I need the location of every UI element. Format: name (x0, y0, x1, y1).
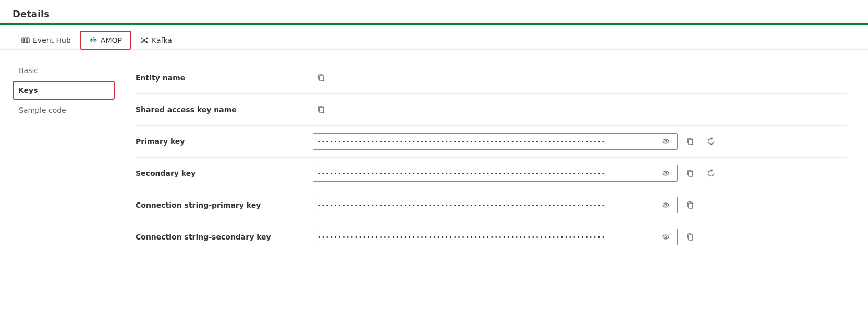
secondary-key-refresh-button[interactable] (703, 165, 719, 182)
svg-point-21 (663, 203, 669, 207)
primary-key-eye-button[interactable] (658, 134, 673, 149)
copy-icon (686, 169, 694, 177)
secondary-key-value-area: ••••••••••••••••••••••••••••••••••••••••… (313, 165, 847, 182)
svg-point-5 (141, 38, 142, 39)
connection-string-secondary-field: ••••••••••••••••••••••••••••••••••••••••… (313, 229, 678, 245)
content-area: Basic Keys Sample code Entity name (0, 50, 868, 311)
connection-string-primary-dots: ••••••••••••••••••••••••••••••••••••••••… (317, 202, 658, 208)
field-row-connection-string-primary: Connection string-primary key ••••••••••… (136, 189, 847, 221)
primary-key-label: Primary key (136, 137, 313, 146)
sidebar: Basic Keys Sample code (0, 50, 115, 311)
svg-rect-26 (689, 235, 693, 240)
page-title: Details (13, 8, 50, 19)
entity-name-label: Entity name (136, 74, 313, 82)
amqp-icon (89, 36, 97, 44)
sidebar-item-sample-code[interactable]: Sample code (13, 102, 115, 118)
shared-access-key-name-value-area (313, 101, 847, 118)
event-hub-icon (21, 36, 30, 44)
svg-rect-2 (27, 38, 29, 43)
connection-string-secondary-copy-button[interactable] (682, 229, 699, 245)
svg-point-8 (146, 42, 148, 43)
refresh-icon (707, 169, 715, 177)
svg-point-19 (665, 172, 667, 174)
field-row-connection-string-secondary: Connection string-secondary key ••••••••… (136, 221, 847, 253)
sidebar-item-basic[interactable]: Basic (13, 62, 115, 79)
tab-event-hub[interactable]: Event Hub (13, 31, 80, 49)
main-content: Entity name Shared access key name (115, 50, 868, 311)
svg-point-6 (141, 42, 142, 43)
field-row-entity-name: Entity name (136, 62, 847, 94)
svg-rect-23 (689, 203, 693, 208)
copy-icon (686, 201, 694, 209)
details-header: Details (0, 8, 868, 25)
tabs-row: Event Hub AMQP (0, 25, 868, 50)
svg-line-12 (144, 41, 147, 42)
copy-icon (686, 137, 694, 146)
svg-point-15 (663, 139, 669, 143)
shared-access-key-name-label: Shared access key name (136, 105, 313, 114)
copy-icon (317, 105, 325, 114)
copy-icon (317, 74, 325, 82)
primary-key-dots: ••••••••••••••••••••••••••••••••••••••••… (317, 139, 658, 145)
page-container: Details Event Hub AMQP (0, 0, 868, 311)
svg-point-25 (665, 236, 667, 238)
sidebar-keys-label: Keys (18, 86, 38, 94)
kafka-icon (140, 36, 149, 44)
eye-icon (662, 169, 670, 177)
tab-amqp[interactable]: AMQP (80, 31, 131, 50)
tab-kafka[interactable]: Kafka (131, 31, 181, 49)
svg-point-16 (665, 140, 667, 142)
connection-string-primary-eye-button[interactable] (658, 198, 673, 212)
svg-line-9 (142, 39, 144, 40)
secondary-key-label: Secondary key (136, 169, 313, 177)
eye-icon (662, 137, 670, 146)
tab-kafka-label: Kafka (152, 36, 172, 44)
svg-point-24 (663, 235, 669, 239)
svg-line-10 (142, 41, 144, 42)
primary-key-value-area: ••••••••••••••••••••••••••••••••••••••••… (313, 133, 847, 150)
svg-rect-1 (25, 38, 27, 43)
connection-string-secondary-dots: ••••••••••••••••••••••••••••••••••••••••… (317, 234, 658, 240)
secondary-key-copy-button[interactable] (682, 165, 699, 182)
sidebar-basic-label: Basic (19, 66, 38, 75)
svg-rect-17 (689, 139, 693, 145)
svg-rect-13 (320, 76, 324, 81)
entity-name-value-area (313, 69, 847, 86)
primary-key-copy-button[interactable] (682, 133, 699, 150)
svg-point-7 (146, 38, 148, 39)
connection-string-primary-field: ••••••••••••••••••••••••••••••••••••••••… (313, 197, 678, 213)
primary-key-refresh-button[interactable] (703, 133, 719, 150)
field-row-secondary-key: Secondary key ••••••••••••••••••••••••••… (136, 158, 847, 189)
connection-string-primary-label: Connection string-primary key (136, 201, 313, 209)
svg-line-11 (144, 39, 147, 40)
tab-amqp-label: AMQP (101, 36, 122, 44)
connection-string-primary-value-area: ••••••••••••••••••••••••••••••••••••••••… (313, 197, 847, 213)
field-row-primary-key: Primary key ••••••••••••••••••••••••••••… (136, 126, 847, 158)
eye-icon (662, 201, 670, 209)
tab-event-hub-label: Event Hub (33, 36, 71, 44)
connection-string-secondary-label: Connection string-secondary key (136, 233, 313, 241)
connection-string-secondary-eye-button[interactable] (658, 230, 673, 244)
shared-access-key-name-copy-button[interactable] (313, 101, 329, 118)
svg-rect-14 (320, 107, 324, 113)
eye-icon (662, 233, 670, 241)
svg-rect-20 (689, 171, 693, 176)
svg-point-22 (665, 204, 667, 206)
connection-string-primary-copy-button[interactable] (682, 197, 699, 213)
sidebar-item-keys[interactable]: Keys (13, 81, 115, 100)
secondary-key-dots: ••••••••••••••••••••••••••••••••••••••••… (317, 171, 658, 176)
copy-icon (686, 233, 694, 241)
field-row-shared-access-key-name: Shared access key name (136, 94, 847, 126)
svg-point-4 (143, 39, 145, 41)
connection-string-secondary-value-area: ••••••••••••••••••••••••••••••••••••••••… (313, 229, 847, 245)
secondary-key-field: ••••••••••••••••••••••••••••••••••••••••… (313, 165, 678, 182)
refresh-icon (707, 137, 715, 146)
primary-key-field: ••••••••••••••••••••••••••••••••••••••••… (313, 133, 678, 150)
entity-name-copy-button[interactable] (313, 69, 329, 86)
sidebar-sample-code-label: Sample code (19, 106, 66, 114)
svg-point-18 (663, 171, 669, 175)
secondary-key-eye-button[interactable] (658, 166, 673, 181)
